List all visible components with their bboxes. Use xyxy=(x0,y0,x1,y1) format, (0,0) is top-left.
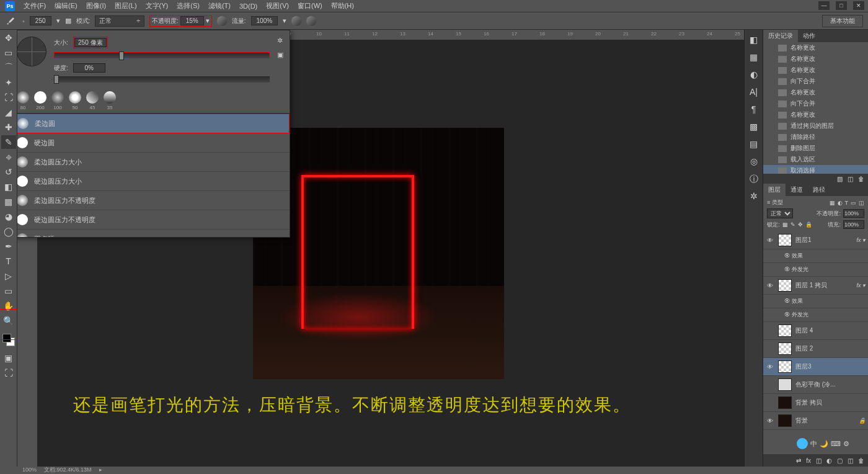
lasso-tool[interactable]: ⌒ xyxy=(1,61,16,74)
ime-keyboard-icon[interactable]: ⌨ xyxy=(831,440,841,448)
lock-all-icon[interactable]: 🔒 xyxy=(805,221,812,228)
blend-mode-select[interactable]: 正常 xyxy=(767,208,793,218)
zoom-level[interactable]: 100% xyxy=(22,467,37,473)
flow-field[interactable]: 100% xyxy=(251,16,278,25)
dodge-tool[interactable]: ◯ xyxy=(1,225,16,238)
filter-smart-icon[interactable]: ◫ xyxy=(859,200,864,206)
lock-paint-icon[interactable]: ✎ xyxy=(790,221,795,228)
brush-panel-toggle-icon[interactable]: ▩ xyxy=(65,17,71,25)
layer-effect-item[interactable]: ⦿ 效果 xyxy=(763,295,868,308)
layer-thumbnail[interactable] xyxy=(778,414,792,427)
opacity-dropdown-icon[interactable]: ▾ xyxy=(206,17,210,24)
history-item[interactable]: 名称更改 xyxy=(763,65,868,76)
snapshot-icon[interactable]: ▧ xyxy=(837,176,843,182)
new-preset-icon[interactable]: ▣ xyxy=(277,51,283,59)
layer-name[interactable]: 图层 2 xyxy=(795,344,813,353)
brush-preset-thumb[interactable]: 200 xyxy=(34,91,46,110)
brush-size-slider[interactable] xyxy=(54,52,270,58)
minimize-button[interactable]: — xyxy=(818,1,830,10)
pressure-size-icon[interactable] xyxy=(306,16,316,26)
brush-preset-thumb[interactable]: 80 xyxy=(17,91,29,110)
filter-pixel-icon[interactable]: ▦ xyxy=(830,200,835,206)
layer-name[interactable]: 图层 1 拷贝 xyxy=(795,281,827,290)
menu-layer[interactable]: 图层(L) xyxy=(115,1,136,11)
brush-panel-icon[interactable]: ▩ xyxy=(748,122,760,133)
layer-row[interactable]: 图层 4 xyxy=(763,322,868,340)
char-panel-icon[interactable]: ¶ xyxy=(748,104,760,115)
lock-trans-icon[interactable]: ▩ xyxy=(782,221,788,228)
adjust-panel-icon[interactable]: ◐ xyxy=(748,69,760,81)
adjustment-layer-icon[interactable]: ◐ xyxy=(826,457,832,464)
tab-actions[interactable]: 动作 xyxy=(798,30,820,42)
brush-preset-thumb[interactable]: 35 xyxy=(104,91,116,110)
brush-hardness-slider[interactable] xyxy=(54,76,270,83)
brush-list-item[interactable]: 硬边圆压力不透明度 xyxy=(17,210,290,230)
brush-preset-dropdown[interactable]: ▾ xyxy=(56,17,60,25)
brush-preset-thumb[interactable]: 45 xyxy=(86,91,99,110)
lock-pos-icon[interactable]: ✥ xyxy=(798,221,803,228)
ime-lang[interactable]: 中 xyxy=(810,439,817,449)
tab-history[interactable]: 历史记录 xyxy=(763,30,798,42)
layer-row[interactable]: 👁图层 1 拷贝fx ▾ xyxy=(763,277,868,295)
layer-row[interactable]: 图层 2 xyxy=(763,340,868,358)
history-item[interactable]: 取消选择 xyxy=(763,165,868,174)
tab-paths[interactable]: 路径 xyxy=(808,184,830,196)
layer-thumbnail[interactable] xyxy=(778,378,792,391)
opacity-field[interactable]: 15% xyxy=(180,16,204,25)
layer-thumbnail[interactable] xyxy=(778,279,792,292)
history-item[interactable]: 名称更改 xyxy=(763,87,868,98)
history-item[interactable]: 清除路径 xyxy=(763,132,868,143)
fill-input[interactable] xyxy=(843,220,864,229)
brush-list-item[interactable]: 柔边圆压力不透明度 xyxy=(17,191,290,210)
new-layer-icon[interactable]: ◫ xyxy=(848,457,853,464)
path-tool[interactable]: ▷ xyxy=(1,269,16,283)
info-panel-icon[interactable]: ⓘ xyxy=(748,174,760,185)
pen-tool[interactable]: ✒ xyxy=(1,239,16,253)
menu-view[interactable]: 视图(V) xyxy=(266,1,289,11)
layer-row[interactable]: 色彩平衡 (冷... xyxy=(763,376,868,394)
brush-list-item[interactable]: 硬边圆压力大小 xyxy=(17,172,290,191)
layer-effect-item[interactable]: ⦿ 外发光 xyxy=(763,263,868,277)
pressure-opacity-icon[interactable] xyxy=(217,16,227,26)
layer-name[interactable]: 图层3 xyxy=(795,362,812,371)
layer-thumbnail[interactable] xyxy=(778,234,792,246)
layer-row[interactable]: 👁图层3 xyxy=(763,358,868,376)
visibility-toggle[interactable]: 👁 xyxy=(766,237,774,244)
stamp-tool[interactable]: ⎆ xyxy=(1,150,16,164)
ime-settings-icon[interactable]: ⚙ xyxy=(843,440,849,448)
color-panel-icon[interactable]: ◧ xyxy=(748,35,760,46)
menu-image[interactable]: 图像(I) xyxy=(86,1,106,11)
layer-group-icon[interactable]: ▢ xyxy=(837,457,843,464)
layer-name[interactable]: 背景 xyxy=(795,416,808,425)
visibility-toggle[interactable]: 👁 xyxy=(766,282,774,289)
menu-3d[interactable]: 3D(D) xyxy=(239,2,257,10)
history-brush-tool[interactable]: ↺ xyxy=(1,165,16,179)
menu-filter[interactable]: 滤镜(T) xyxy=(208,1,231,11)
brush-size-field[interactable]: 250 xyxy=(30,16,51,25)
brush-preset-thumb[interactable]: 50 xyxy=(69,91,81,110)
menu-window[interactable]: 窗口(W) xyxy=(298,1,322,11)
layer-thumbnail[interactable] xyxy=(778,396,792,409)
close-button[interactable]: ✕ xyxy=(853,1,864,10)
ime-moon-icon[interactable]: 🌙 xyxy=(820,440,828,448)
brush-hardness-input[interactable] xyxy=(73,63,105,73)
layer-row[interactable]: 背景 拷贝 xyxy=(763,394,868,412)
blend-mode-select[interactable]: 正常÷ xyxy=(95,16,144,27)
history-item[interactable]: 删除图层 xyxy=(763,143,868,154)
heal-tool[interactable]: ✚ xyxy=(1,120,16,134)
flow-dropdown-icon[interactable]: ▾ xyxy=(283,17,286,25)
move-tool[interactable]: ✥ xyxy=(1,31,16,45)
layer-effect-item[interactable]: ⦿ 效果 xyxy=(763,249,868,263)
layer-name[interactable]: 图层1 xyxy=(795,236,812,244)
visibility-toggle[interactable]: 👁 xyxy=(766,364,774,370)
layer-row[interactable]: 👁背景🔒 xyxy=(763,412,868,430)
link-layers-icon[interactable]: ⇄ xyxy=(796,457,801,464)
layer-name[interactable]: 图层 4 xyxy=(795,326,813,335)
brush-size-input[interactable] xyxy=(74,38,107,47)
layer-thumbnail[interactable] xyxy=(778,342,792,355)
menu-help[interactable]: 帮助(H) xyxy=(331,1,354,11)
type-tool[interactable]: T xyxy=(1,254,16,268)
brush-list-item[interactable]: 硬边圆 xyxy=(17,133,290,153)
brush-preset-thumb[interactable]: 100 xyxy=(51,91,64,110)
maximize-button[interactable]: □ xyxy=(836,1,847,10)
